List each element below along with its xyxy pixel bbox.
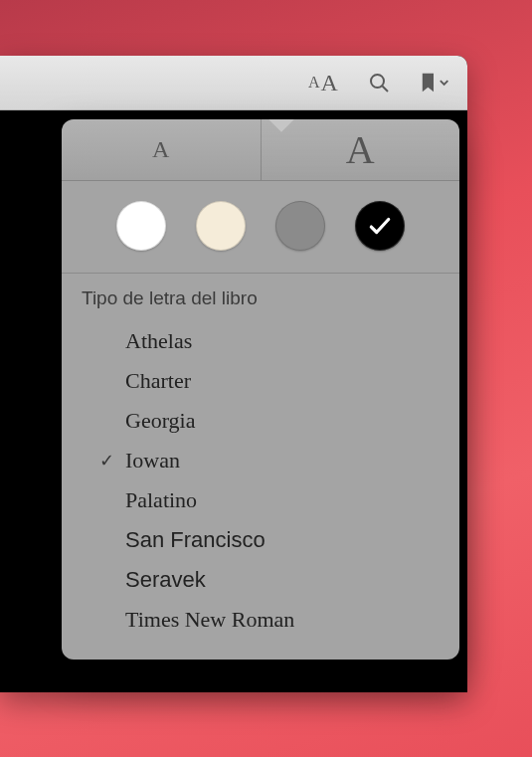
search-button[interactable] xyxy=(364,68,394,97)
appearance-button[interactable]: AA xyxy=(308,68,338,97)
small-a-glyph: A xyxy=(152,136,169,163)
increase-text-size-button[interactable]: A xyxy=(261,119,460,180)
bookmark-button[interactable] xyxy=(420,68,449,97)
font-name: Seravek xyxy=(125,567,440,593)
bookmark-icon xyxy=(420,71,437,95)
font-name: Athelas xyxy=(125,328,440,354)
decrease-text-size-button[interactable]: A xyxy=(62,119,261,180)
font-item-san-francisco[interactable]: San Francisco xyxy=(82,520,440,560)
font-name: Times New Roman xyxy=(125,607,440,633)
font-item-georgia[interactable]: Georgia xyxy=(82,401,440,441)
theme-white-swatch[interactable] xyxy=(116,201,166,251)
window-toolbar: AA xyxy=(0,56,467,110)
chevron-down-icon xyxy=(439,77,449,89)
font-item-iowan[interactable]: ✓ Iowan xyxy=(82,441,440,480)
search-icon xyxy=(367,71,391,95)
font-item-charter[interactable]: Charter xyxy=(82,361,440,401)
theme-gray-swatch[interactable] xyxy=(275,201,325,251)
font-item-palatino[interactable]: Palatino xyxy=(82,480,440,520)
font-item-seravek[interactable]: Seravek xyxy=(82,560,440,600)
appearance-small-a: A xyxy=(308,74,320,92)
font-item-athelas[interactable]: Athelas xyxy=(82,321,440,361)
check-icon xyxy=(367,213,393,239)
font-item-times-new-roman[interactable]: Times New Roman xyxy=(82,600,440,640)
font-name: Georgia xyxy=(125,408,440,434)
svg-line-1 xyxy=(383,87,389,93)
font-tick: ✓ xyxy=(99,450,125,472)
font-section-title: Tipo de letra del libro xyxy=(82,287,440,309)
font-list: Athelas Charter Georgia ✓ Iowan Palatino… xyxy=(82,321,440,640)
theme-sepia-swatch[interactable] xyxy=(196,201,246,251)
font-section: Tipo de letra del libro Athelas Charter … xyxy=(62,274,459,660)
font-name: Iowan xyxy=(125,448,440,473)
theme-black-swatch[interactable] xyxy=(355,201,405,251)
font-name: Charter xyxy=(125,368,440,394)
svg-point-0 xyxy=(371,75,384,88)
font-name: San Francisco xyxy=(125,527,440,553)
appearance-large-a: A xyxy=(321,70,338,96)
theme-color-row xyxy=(62,181,459,274)
appearance-popover: A A Tipo de letra del libro Athelas Char… xyxy=(62,119,459,660)
font-name: Palatino xyxy=(125,487,440,513)
text-size-row: A A xyxy=(62,119,459,181)
large-a-glyph: A xyxy=(346,126,375,173)
